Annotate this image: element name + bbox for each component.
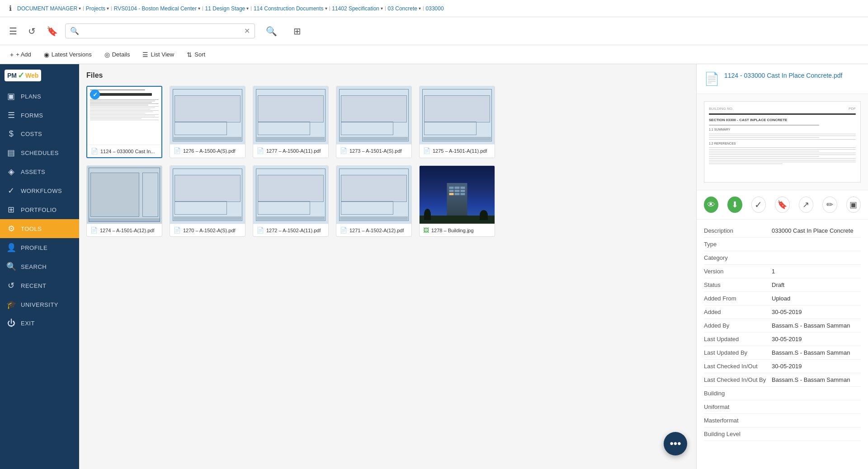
approve-action-icon[interactable]: ✓ bbox=[751, 197, 766, 213]
content-area: Files ✓ bbox=[79, 64, 868, 469]
sliders-icon[interactable]: ⊞ bbox=[292, 24, 303, 38]
versions-icon: ◉ bbox=[44, 51, 49, 58]
file-card[interactable]: 📄 1275 – A-1501-A(11).pdf bbox=[419, 86, 495, 158]
fab-icon: ••• bbox=[670, 437, 681, 450]
logo-pm: PM bbox=[7, 72, 17, 79]
view-action-icon[interactable]: 👁 bbox=[704, 197, 718, 213]
file-card[interactable]: 📄 1277 – A-1500-A(11).pdf bbox=[253, 86, 329, 158]
history-icon[interactable]: ↺ bbox=[26, 24, 38, 38]
file-meta: 📄 1272 – A-1502-A(11).pdf bbox=[253, 224, 328, 236]
masterformat-row: Masterformat bbox=[704, 414, 861, 427]
archive-action-icon[interactable]: ▣ bbox=[846, 197, 861, 213]
pdf-icon: 📄 bbox=[257, 227, 264, 234]
sidebar-item-university[interactable]: 🎓 UNIVERSITY bbox=[0, 295, 79, 314]
breadcrumb-sep: | bbox=[329, 6, 330, 11]
breadcrumb-sep: | bbox=[385, 6, 386, 11]
files-grid: ✓ bbox=[86, 86, 689, 237]
add-button[interactable]: + + Add bbox=[7, 49, 34, 60]
breadcrumb-document-manager[interactable]: DOCUMENT MANAGER ▾ bbox=[17, 5, 81, 12]
sidebar-item-plans[interactable]: ▣ PLANS bbox=[0, 87, 79, 106]
recent-icon: ↺ bbox=[6, 281, 16, 291]
file-thumbnail bbox=[336, 86, 411, 144]
pdf-icon: 📄 bbox=[91, 148, 98, 155]
schedules-icon: ▤ bbox=[6, 148, 16, 158]
breadcrumb-construction-docs[interactable]: 114 Construction Documents ▾ bbox=[254, 5, 327, 12]
sidebar: PM ✓ Web ▣ PLANS ☰ FORMS $ COSTS ▤ SCHED… bbox=[0, 64, 79, 469]
pdf-icon: 📄 bbox=[174, 147, 181, 154]
image-icon: 🖼 bbox=[423, 227, 429, 234]
sidebar-item-tools[interactable]: ⚙ TOOLS bbox=[0, 219, 79, 238]
added-by-row: Added By Bassam.S - Bassam Samman bbox=[704, 319, 861, 333]
fab-button[interactable]: ••• bbox=[664, 432, 687, 455]
breadcrumb-design-stage[interactable]: 11 Design Stage ▾ bbox=[205, 5, 249, 12]
details-button[interactable]: ◎ Details bbox=[102, 49, 133, 60]
sidebar-item-workflows[interactable]: ✓ WORKFLOWS bbox=[0, 181, 79, 200]
zoom-icon[interactable]: 🔍 bbox=[264, 24, 279, 38]
file-meta: 📄 1273 – A-1501-A(S).pdf bbox=[336, 144, 411, 157]
sidebar-item-search[interactable]: 🔍 SEARCH bbox=[0, 257, 79, 276]
file-card[interactable]: 📄 1271 – A-1502-A(12).pdf bbox=[336, 165, 412, 237]
detail-actions: 👁 ⬇ ✓ 🔖 ↗ ✏ ▣ bbox=[697, 190, 868, 220]
file-card[interactable]: 📄 1272 – A-1502-A(11).pdf bbox=[253, 165, 329, 237]
file-thumbnail bbox=[170, 86, 245, 144]
breadcrumb-033000[interactable]: 033000 bbox=[426, 5, 444, 12]
last-checked-row: Last Checked In/Out 30-05-2019 bbox=[704, 360, 861, 373]
file-card[interactable]: ✓ bbox=[86, 86, 162, 158]
file-card[interactable]: 📄 1273 – A-1501-A(S).pdf bbox=[336, 86, 412, 158]
latest-versions-button[interactable]: ◉ Latest Versions bbox=[41, 49, 94, 60]
file-card[interactable]: 📄 1270 – A-1502-A(S).pdf bbox=[170, 165, 245, 237]
file-thumbnail bbox=[336, 166, 411, 224]
clear-search-icon[interactable]: ✕ bbox=[244, 27, 250, 35]
plans-icon: ▣ bbox=[6, 91, 16, 101]
sidebar-item-profile[interactable]: 👤 PROFILE bbox=[0, 238, 79, 257]
bookmark-action-icon[interactable]: 🔖 bbox=[775, 197, 789, 213]
sidebar-item-portfolio[interactable]: ⊞ PORTFOLIO bbox=[0, 200, 79, 219]
download-action-icon[interactable]: ⬇ bbox=[727, 197, 742, 213]
info-icon[interactable]: ℹ bbox=[4, 4, 17, 13]
search-bar-row: ☰ ↺ 🔖 🔍 ✕ 🔍 ⊞ bbox=[0, 17, 868, 45]
building-level-row: Building Level bbox=[704, 427, 861, 441]
chevron-down-icon: ▾ bbox=[419, 6, 421, 11]
chevron-down-icon: ▾ bbox=[107, 6, 109, 11]
sidebar-item-costs[interactable]: $ COSTS bbox=[0, 125, 79, 143]
breadcrumb-rvs0104[interactable]: RVS0104 - Boston Medical Center ▾ bbox=[114, 5, 200, 12]
file-card[interactable]: 🖼 1278 – Building.jpg bbox=[419, 165, 495, 237]
bookmark-icon[interactable]: 🔖 bbox=[45, 24, 60, 38]
file-thumbnail bbox=[253, 86, 328, 144]
pdf-icon: 📄 bbox=[340, 227, 347, 234]
status-row: Status Draft bbox=[704, 278, 861, 292]
sort-button[interactable]: ⇅ Sort bbox=[184, 49, 208, 60]
sidebar-item-exit[interactable]: ⏻ EXIT bbox=[0, 314, 79, 333]
file-meta: 📄 1274 – A-1501-A(12).pdf bbox=[87, 224, 162, 236]
search-icon: 🔍 bbox=[6, 262, 16, 272]
chevron-down-icon: ▾ bbox=[381, 6, 383, 11]
search-input[interactable] bbox=[83, 28, 241, 35]
file-card[interactable]: 📄 1276 – A-1500-A(S).pdf bbox=[170, 86, 245, 158]
costs-icon: $ bbox=[6, 129, 16, 139]
chevron-down-icon: ▾ bbox=[246, 6, 249, 11]
file-thumbnail: ✓ bbox=[87, 87, 161, 145]
detail-file-name[interactable]: 1124 - 033000 Cast In Place Concrete.pdf bbox=[724, 71, 843, 80]
breadcrumb-specification[interactable]: 11402 Specification ▾ bbox=[332, 5, 383, 12]
sidebar-item-schedules[interactable]: ▤ SCHEDULES bbox=[0, 143, 79, 162]
detail-panel: 📄 1124 - 033000 Cast In Place Concrete.p… bbox=[696, 64, 868, 469]
pdf-icon: 📄 bbox=[174, 227, 181, 234]
hamburger-icon[interactable]: ☰ bbox=[7, 24, 19, 38]
file-card[interactable]: 📄 1274 – A-1501-A(12).pdf bbox=[86, 165, 162, 237]
app-logo: PM ✓ Web bbox=[0, 64, 79, 87]
sidebar-item-forms[interactable]: ☰ FORMS bbox=[0, 106, 79, 125]
breadcrumb-sep: | bbox=[111, 6, 112, 11]
sidebar-item-recent[interactable]: ↺ RECENT bbox=[0, 276, 79, 295]
breadcrumb-projects[interactable]: Projects ▾ bbox=[86, 5, 109, 12]
type-row: Type bbox=[704, 238, 861, 251]
sidebar-item-assets[interactable]: ◈ ASSETS bbox=[0, 162, 79, 181]
breadcrumb-concrete[interactable]: 03 Concrete ▾ bbox=[388, 5, 421, 12]
list-view-button[interactable]: ☰ List View bbox=[140, 49, 177, 60]
link-action-icon[interactable]: ↗ bbox=[799, 197, 813, 213]
uniformat-row: Uniformat bbox=[704, 400, 861, 414]
breadcrumb: DOCUMENT MANAGER ▾ | Projects ▾ | RVS010… bbox=[17, 5, 864, 12]
file-thumbnail bbox=[420, 86, 495, 144]
breadcrumb-sep: | bbox=[202, 6, 203, 11]
edit-action-icon[interactable]: ✏ bbox=[822, 197, 837, 213]
chevron-down-icon: ▾ bbox=[325, 6, 327, 11]
